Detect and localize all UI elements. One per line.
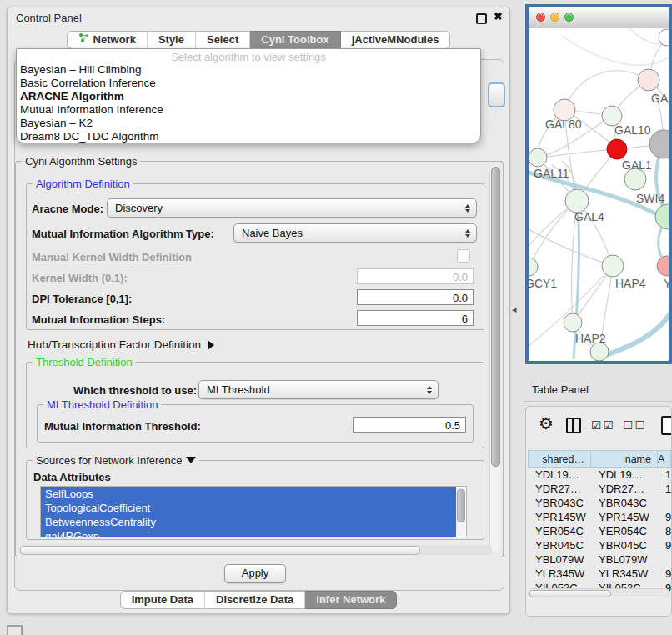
node-gray[interactable] (649, 130, 669, 158)
node-salmon[interactable] (657, 256, 669, 276)
scrollbar-thumb[interactable] (491, 167, 500, 467)
algorithm-combo-fragment[interactable] (488, 82, 505, 108)
node-gal1[interactable] (607, 139, 627, 159)
tab-select[interactable]: Select (196, 31, 250, 49)
column-header-shared[interactable]: shared… (528, 450, 591, 468)
table-row[interactable]: YLR345WYLR345W9. (528, 567, 671, 581)
table-cell: YER054C (591, 524, 658, 538)
float-window-icon[interactable] (476, 13, 487, 24)
table-row[interactable]: YDR27…YDR27…12 (528, 482, 671, 496)
table-row[interactable]: YBR045CYBR045C9. (528, 538, 671, 552)
mi-steps-field[interactable]: 6 (357, 310, 474, 326)
gear-icon[interactable]: ⚙ (539, 413, 554, 433)
node-hap2[interactable] (564, 313, 582, 332)
network-window-titlebar[interactable] (529, 8, 669, 28)
node-bottom[interactable] (590, 342, 609, 361)
node-swi4[interactable] (655, 204, 669, 229)
tab-discretize-data[interactable]: Discretize Data (205, 591, 305, 609)
node-gal11[interactable] (529, 148, 547, 167)
node-gal-pink[interactable] (638, 69, 659, 91)
dpi-tolerance-field[interactable]: 0.0 (357, 289, 474, 305)
expanded-arrow-icon (186, 457, 196, 463)
dock-panel-icon[interactable] (7, 625, 23, 635)
checked-pair-icon[interactable]: ☑☑ (591, 418, 615, 432)
algorithm-option-basic-correlation-inference[interactable]: Basic Correlation Inference (17, 77, 480, 90)
tab-network[interactable]: Network (67, 31, 148, 49)
table-cell: 9. (658, 538, 671, 552)
table-row[interactable]: YER054CYER054C8. (528, 524, 671, 538)
mi-steps-label: Mutual Information Steps: (32, 313, 165, 326)
node-label-gal: GAL (651, 92, 669, 105)
table-cell: YBR045C (528, 538, 591, 552)
document-icon[interactable] (661, 416, 672, 435)
mi-threshold-label: Mutual Information Threshold: (44, 420, 201, 432)
panel-divider-grip[interactable]: ◂ (512, 304, 517, 315)
scrollbar-thumb[interactable] (457, 489, 465, 522)
hub-definition-toggle[interactable]: Hub/Transcription Factor Definition (28, 338, 214, 351)
node-hap4[interactable] (602, 255, 624, 277)
aracne-mode-label: Aracne Mode: (32, 202, 103, 215)
split-columns-icon[interactable] (566, 418, 581, 433)
network-view-window: GALGAL80GAL10GAL1GAL11SWI4GAL4GCY1HAP4YH… (525, 4, 672, 364)
algorithm-option-bayesian-hill-climbing[interactable]: Bayesian – Hill Climbing (17, 63, 480, 77)
table-row[interactable]: YBL079WYBL079W (528, 552, 671, 567)
threshold-definition-group: Threshold Definition Which threshold to … (26, 362, 484, 448)
data-attribute-item[interactable]: gal4RGexp (41, 529, 456, 538)
column-header-a[interactable]: A (658, 450, 671, 468)
mi-threshold-field[interactable]: 0.5 (353, 417, 466, 432)
cyni-algorithm-settings-group: Cyni Algorithm Settings Algorithm Defini… (15, 161, 504, 558)
unchecked-pair-icon[interactable]: ☐☐ (623, 418, 647, 432)
table-cell: YLR345W (528, 567, 591, 581)
table-cell: 13 (658, 468, 671, 482)
window-title: Control Panel (16, 12, 82, 24)
node-label-gal1: GAL1 (622, 158, 652, 172)
tab-impute-data[interactable]: Impute Data (120, 591, 205, 609)
table-row[interactable]: YPR145WYPR145W9. (528, 510, 671, 524)
scrollbar-thumb[interactable] (529, 590, 611, 598)
node-top-right[interactable] (659, 29, 669, 46)
mi-threshold-definition-group: MI Threshold Definition Mutual Informati… (37, 404, 474, 442)
table-row[interactable]: YDL19…YDL19…13 (528, 468, 671, 482)
table-panel-title: Table Panel (532, 383, 589, 396)
attribute-list-scrollbar[interactable] (456, 488, 465, 536)
network-canvas[interactable]: GALGAL80GAL10GAL1GAL11SWI4GAL4GCY1HAP4YH… (529, 28, 669, 361)
algorithm-option-mutual-information-inference[interactable]: Mutual Information Inference (17, 103, 480, 117)
tab-label: Select (207, 32, 238, 48)
algorithm-option-dream8-dc-tdc-algorithm[interactable]: Dream8 DC_TDC Algorithm (17, 130, 480, 143)
table-row[interactable]: YBR043CYBR043C (528, 496, 671, 510)
algorithm-option-bayesian-k2[interactable]: Bayesian – K2 (17, 117, 480, 130)
node-gal4[interactable] (565, 189, 589, 212)
kernel-width-field[interactable]: 0.0 (357, 268, 474, 284)
tab-style[interactable]: Style (148, 31, 196, 49)
group-title: MI Threshold Definition (43, 398, 161, 411)
node-label-hap4: HAP4 (615, 277, 646, 290)
data-attribute-item[interactable]: BetweennessCentrality (41, 515, 456, 529)
zoom-traffic-light-icon[interactable] (564, 12, 574, 22)
close-icon[interactable]: ✖ (494, 10, 503, 22)
tab-infer-network[interactable]: Infer Network (305, 591, 397, 609)
data-attribute-item[interactable]: SelfLoops (41, 487, 456, 501)
control-panel-tab-bar: NetworkStyleSelectCyni ToolboxjActiveMNo… (8, 31, 509, 49)
tab-jactivemnodules[interactable]: jActiveMNodules (341, 31, 451, 49)
which-threshold-select[interactable]: MI Threshold (198, 380, 439, 399)
manual-kernel-width-checkbox[interactable] (457, 249, 470, 262)
node-gcy1[interactable] (529, 258, 538, 276)
data-attribute-item[interactable]: TopologicalCoefficient (41, 501, 456, 515)
apply-button[interactable]: Apply (224, 564, 286, 583)
table-cell: YDL19… (528, 468, 591, 482)
control-panel-window: Control Panel ✖ NetworkStyleSelectCyni T… (7, 7, 510, 614)
table-cell: 9. (658, 567, 671, 581)
algorithm-option-aracne-algorithm[interactable]: ARACNE Algorithm (17, 90, 480, 103)
scrollbar-thumb[interactable] (20, 546, 420, 555)
settings-vertical-scrollbar[interactable] (489, 165, 500, 552)
close-traffic-light-icon[interactable] (536, 12, 545, 22)
minimize-traffic-light-icon[interactable] (550, 12, 559, 22)
combo-arrows-icon (461, 229, 476, 238)
tab-cyni-toolbox[interactable]: Cyni Toolbox (250, 31, 340, 49)
aracne-mode-select[interactable]: Discovery (107, 198, 477, 218)
column-header-name[interactable]: name (591, 450, 658, 468)
table-horizontal-scrollbar[interactable] (528, 588, 669, 598)
data-attributes-list[interactable]: SelfLoopsTopologicalCoefficientBetweenne… (40, 486, 467, 538)
settings-horizontal-scrollbar[interactable] (18, 545, 492, 555)
mi-algorithm-type-select[interactable]: Naive Bayes (233, 223, 477, 242)
